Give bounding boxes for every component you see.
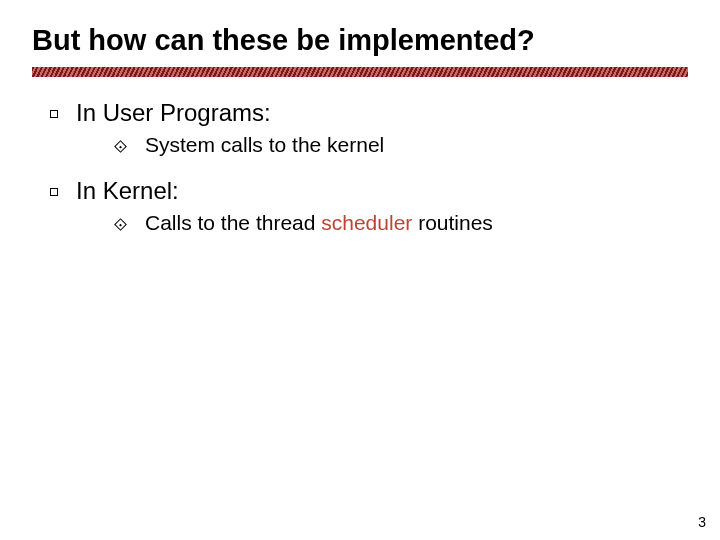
list-item: In User Programs: System calls to the ke… [50, 99, 688, 157]
slide-content: But how can these be implemented? In Use… [0, 0, 720, 235]
square-bullet-icon [50, 110, 58, 118]
highlighted-text: scheduler [321, 211, 412, 234]
level1-label: In Kernel: [76, 177, 179, 205]
level2-label: System calls to the kernel [145, 133, 384, 157]
text-suffix: routines [412, 211, 493, 234]
page-number: 3 [698, 514, 706, 530]
square-bullet-icon [50, 188, 58, 196]
slide-title: But how can these be implemented? [32, 24, 688, 57]
list-item: System calls to the kernel [116, 133, 688, 157]
level2-label: Calls to the thread scheduler routines [145, 211, 493, 235]
level1-label: In User Programs: [76, 99, 271, 127]
title-divider [32, 67, 688, 77]
list-item: In Kernel: Calls to the thread scheduler… [50, 177, 688, 235]
text-prefix: Calls to the thread [145, 211, 321, 234]
diamond-bullet-icon [114, 218, 127, 231]
list-item: Calls to the thread scheduler routines [116, 211, 688, 235]
diamond-bullet-icon [114, 140, 127, 153]
